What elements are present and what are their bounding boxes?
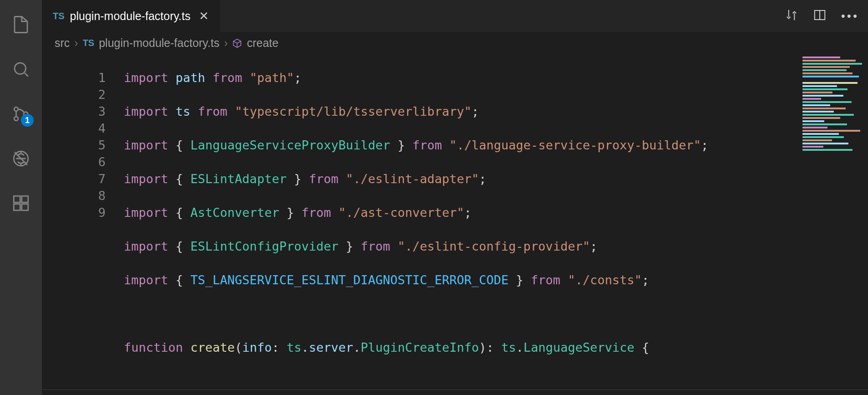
activity-bar: 1 <box>0 0 42 395</box>
breadcrumbs[interactable]: src › TS plugin-module-factory.ts › crea… <box>42 32 868 52</box>
source-control-icon[interactable]: 1 <box>10 103 32 125</box>
svg-rect-6 <box>14 196 20 202</box>
tab-bar: TS plugin-module-factory.ts ✕ ••• <box>42 0 868 32</box>
line-number-gutter: 123456789 <box>42 52 124 390</box>
breadcrumb-file[interactable]: plugin-module-factory.ts <box>99 36 219 50</box>
chevron-right-icon: › <box>224 36 228 50</box>
breadcrumb-root[interactable]: src <box>55 36 70 50</box>
tab-filename: plugin-module-factory.ts <box>70 10 191 23</box>
scm-badge: 1 <box>21 114 34 127</box>
search-icon[interactable] <box>10 58 32 80</box>
compare-changes-icon[interactable] <box>785 8 798 24</box>
svg-point-0 <box>15 63 26 74</box>
svg-rect-9 <box>22 204 28 210</box>
typescript-lang-icon: TS <box>53 11 65 21</box>
minimap[interactable] <box>800 52 868 390</box>
close-icon[interactable]: ✕ <box>199 9 209 23</box>
breadcrumb-symbol[interactable]: create <box>247 36 278 50</box>
panel-tabs: PROBLEMS 1 OUTPUT DEBUG CONSOLE TERMINAL… <box>42 390 868 395</box>
chevron-right-icon: › <box>74 36 78 50</box>
symbol-method-icon <box>232 38 242 48</box>
svg-point-1 <box>14 107 18 111</box>
typescript-lang-icon: TS <box>83 38 95 48</box>
extensions-icon[interactable] <box>10 192 32 214</box>
svg-rect-8 <box>14 204 20 210</box>
more-actions-icon[interactable]: ••• <box>841 9 859 23</box>
problems-panel: PROBLEMS 1 OUTPUT DEBUG CONSOLE TERMINAL… <box>42 390 868 395</box>
svg-rect-7 <box>22 196 28 202</box>
svg-point-2 <box>14 117 18 121</box>
explorer-icon[interactable] <box>10 14 32 36</box>
editor-toolbar: ••• <box>785 0 859 32</box>
debug-icon[interactable] <box>10 148 32 169</box>
editor-main: TS plugin-module-factory.ts ✕ ••• src › … <box>42 0 868 395</box>
editor-tab[interactable]: TS plugin-module-factory.ts ✕ <box>42 0 220 32</box>
code-content[interactable]: import path from "path"; import ts from … <box>124 52 868 390</box>
editor[interactable]: 123456789 import path from "path"; impor… <box>42 52 868 390</box>
split-editor-icon[interactable] <box>813 8 827 24</box>
